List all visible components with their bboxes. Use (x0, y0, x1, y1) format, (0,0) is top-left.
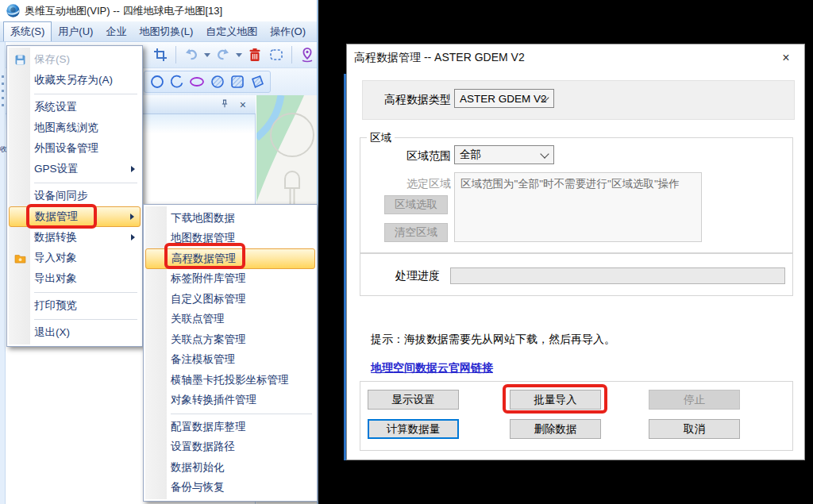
app-logo-globe-icon (6, 3, 21, 18)
system-menu-separator (9, 90, 141, 97)
system-menu-item-save: 保存(S) (9, 49, 141, 70)
data-submenu-item-linked-point-management[interactable]: 关联点管理 (145, 310, 315, 330)
crop-icon[interactable] (151, 45, 170, 64)
display-settings-button[interactable]: 显示设置 (368, 390, 459, 410)
data-submenu-item-label: 横轴墨卡托投影坐标管理 (168, 373, 289, 387)
elevation-type-label: 高程数据类型 (368, 93, 451, 107)
selected-region-textarea[interactable]: 区域范围为"全部"时不需要进行"区域选取"操作 (454, 172, 702, 242)
menubar-item-operation[interactable]: 操作(O) (264, 21, 312, 41)
selection-icon[interactable] (267, 45, 286, 64)
system-menu-item-label: 数据转换 (31, 230, 77, 244)
region-range-combobox[interactable]: 全部 (454, 145, 554, 164)
system-menu-dropdown: 保存(S)收藏夹另存为(A)系统设置地图离线浏览外围设备管理GPS设置设备间同步… (6, 45, 143, 347)
submenu-arrow-icon (130, 214, 134, 220)
data-submenu-item-linked-point-scheme-management[interactable]: 关联点方案管理 (145, 329, 315, 350)
annotation-box-batch-import (503, 384, 607, 414)
location-pin-icon[interactable] (298, 45, 317, 64)
data-submenu-item-configure-database-cleanup[interactable]: 配置数据库整理 (145, 417, 315, 437)
system-menu-item-label: 打印预览 (31, 298, 77, 313)
trash-icon[interactable] (245, 45, 264, 64)
menubar-item-map-switch[interactable]: 地图切换(L) (133, 21, 199, 41)
dialog-close-icon[interactable]: × (774, 44, 798, 71)
toolbar1-separator (291, 46, 292, 63)
annotation-box-elevation-data-management (164, 243, 245, 269)
tip-text: 提示：海拔数据需要先从网站下载，然后再导入。 (371, 333, 615, 347)
close-icon[interactable]: × (240, 99, 246, 110)
data-submenu-item-label: 数据初始化 (168, 460, 225, 475)
collapsed-panel-tab[interactable]: 收 (0, 145, 6, 153)
data-submenu-item-label: 标签附件库管理 (168, 271, 246, 286)
toolbar-drag-handle[interactable] (2, 75, 4, 110)
window-left-edge (0, 42, 6, 504)
region-group-label: 区域 (367, 131, 395, 145)
data-submenu-item-note-template-management[interactable]: 备注模板管理 (145, 350, 315, 371)
menu-bar: 系统(S)用户(U)企业地图切换(L)自定义地图操作(O)视图 (0, 21, 317, 42)
pin-icon[interactable] (219, 98, 230, 111)
hatched-circle-icon[interactable] (208, 72, 227, 91)
hatched-polygon-icon[interactable] (248, 72, 267, 91)
data-submenu-item-backup-and-restore[interactable]: 备份与恢复 (145, 478, 315, 498)
import-icon (9, 252, 31, 265)
selected-region-label: 选定区域 (368, 177, 451, 191)
system-menu-item-map-offline-browse[interactable]: 地图离线浏览 (9, 117, 141, 138)
system-menu-item-import-objects[interactable]: 导入对象 (9, 248, 141, 268)
system-menu-item-exit[interactable]: 退出(X) (9, 322, 141, 343)
chevron-down-icon (541, 149, 549, 156)
chevron-down-icon (541, 93, 549, 100)
data-submenu-item-set-data-path[interactable]: 设置数据路径 (145, 437, 315, 458)
stop-button: 停止 (649, 390, 740, 410)
cancel-button[interactable]: 取消 (649, 419, 740, 439)
system-menu-item-label: 地图离线浏览 (31, 121, 98, 135)
submenu-arrow-icon (131, 166, 135, 172)
system-menu-item-system-settings[interactable]: 系统设置 (9, 97, 141, 117)
data-submenu-item-label: 关联点管理 (168, 312, 225, 326)
geospatial-data-cloud-link[interactable]: 地理空间数据云官网链接 (371, 361, 493, 375)
circle-icon[interactable] (148, 72, 167, 91)
system-menu-item-favorites-save-as[interactable]: 收藏夹另存为(A) (9, 70, 141, 90)
data-submenu-item-label: 备份与恢复 (168, 480, 225, 494)
menubar-item-user[interactable]: 用户(U) (52, 21, 99, 41)
menubar-item-system[interactable]: 系统(S) (3, 21, 52, 41)
system-menu-item-label: 收藏夹另存为(A) (31, 73, 113, 87)
data-submenu-item-object-conversion-plugin-management[interactable]: 对象转换插件管理 (145, 391, 315, 411)
window-title: 奥维互动地图(VIP) -- 四维地球电子地图[13] (25, 4, 222, 18)
redo-icon[interactable] (214, 45, 233, 64)
data-submenu-item-download-map-data[interactable]: 下载地图数据 (145, 208, 315, 229)
data-submenu-item-label: 自定义图标管理 (168, 292, 246, 306)
region-range-label: 区域范围 (368, 149, 451, 164)
dialog-title: 高程数据管理 -- ASTER GDEM V2 (347, 44, 804, 71)
elevation-type-combobox[interactable]: ASTER GDEM V2 (454, 89, 554, 108)
data-submenu-separator (145, 410, 315, 417)
system-menu-item-export-objects[interactable]: 导出对象 (9, 268, 141, 289)
menubar-item-custom-map[interactable]: 自定义地图 (199, 21, 264, 41)
dropdown-caret-icon[interactable] (204, 53, 210, 57)
dropdown-caret-icon[interactable] (236, 53, 242, 57)
data-submenu-item-label: 对象转换插件管理 (168, 393, 256, 407)
progress-label: 处理进度 (380, 269, 440, 283)
progress-bar (450, 267, 785, 284)
hatched-square-icon[interactable] (228, 72, 247, 91)
delete-data-button[interactable]: 删除数据 (510, 419, 601, 439)
undo-icon[interactable] (182, 45, 201, 64)
system-menu-item-peripheral-device-management[interactable]: 外围设备管理 (9, 138, 141, 159)
data-submenu-item-data-initialization[interactable]: 数据初始化 (145, 457, 315, 478)
system-menu-item-gps-settings[interactable]: GPS设置 (9, 159, 141, 179)
data-submenu-item-label-attachment-library-management[interactable]: 标签附件库管理 (145, 269, 315, 290)
system-menu-item-print-preview[interactable]: 打印预览 (9, 295, 141, 316)
data-submenu-item-label: 设置数据路径 (168, 440, 235, 454)
calculate-data-volume-button[interactable]: 计算数据量 (368, 419, 459, 439)
arc-icon[interactable] (168, 72, 187, 91)
system-menu-item-data-conversion[interactable]: 数据转换 (9, 227, 141, 248)
system-menu-item-label: GPS设置 (31, 162, 79, 176)
data-submenu-item-custom-icon-management[interactable]: 自定义图标管理 (145, 289, 315, 310)
ellipse-icon[interactable] (187, 72, 206, 91)
menubar-item-view[interactable]: 视图 (312, 21, 318, 41)
data-submenu-item-transverse-mercator-projection-coordinate-management[interactable]: 横轴墨卡托投影坐标管理 (145, 370, 315, 391)
system-menu-item-label: 导出对象 (31, 271, 77, 286)
system-menu-separator (9, 289, 141, 295)
data-submenu-item-label: 关联点方案管理 (168, 333, 246, 347)
region-select-button: 区域选取 (384, 195, 448, 214)
data-submenu-item-label: 配置数据库整理 (168, 420, 246, 434)
system-menu-item-label: 设备间同步 (31, 189, 88, 203)
menubar-item-enterprise[interactable]: 企业 (99, 21, 133, 41)
